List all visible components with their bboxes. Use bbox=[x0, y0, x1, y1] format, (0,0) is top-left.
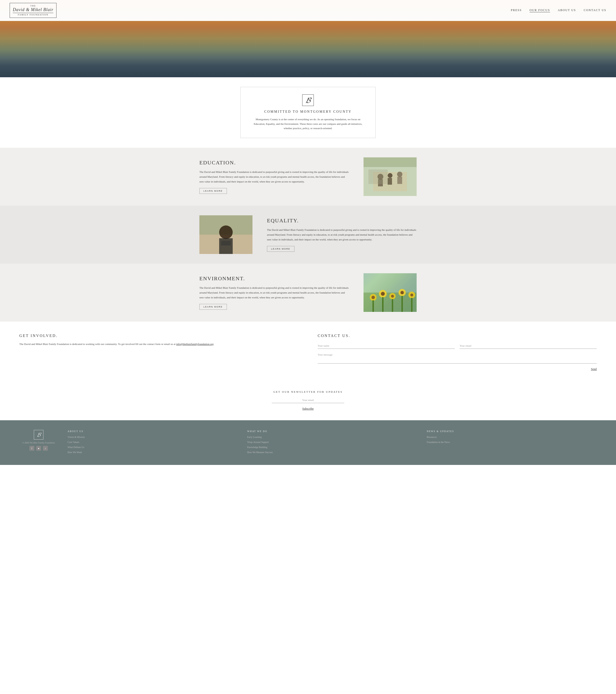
education-text: EDUCATION. The David and Mikel Blair Fam… bbox=[199, 160, 349, 194]
footer-what-we-do-col: WHAT WE DO Early Learning Wrap-Around Su… bbox=[247, 430, 417, 455]
nav-our-focus[interactable]: OUR FOCUS bbox=[530, 8, 550, 12]
svg-point-18 bbox=[372, 296, 375, 299]
logo-top: THE bbox=[13, 5, 53, 7]
logo-sub: FAMILY FOUNDATION bbox=[13, 13, 53, 16]
footer-link-knowledge-building[interactable]: Knowledge Building bbox=[247, 446, 268, 449]
svg-rect-14 bbox=[221, 241, 231, 245]
footer-copyright: © 2020 The Blair Family Foundation bbox=[19, 441, 58, 444]
svg-rect-25 bbox=[392, 299, 393, 312]
environment-image-svg bbox=[363, 273, 417, 312]
svg-rect-5 bbox=[388, 178, 392, 185]
environment-title: ENVIRONMENT. bbox=[199, 275, 349, 282]
svg-point-4 bbox=[388, 173, 393, 178]
svg-point-12 bbox=[219, 225, 233, 239]
footer-link-foundation-news[interactable]: Foundation in the News bbox=[427, 441, 450, 443]
get-involved-email[interactable]: info@theblairfamilyfoundation.org bbox=[176, 343, 214, 345]
intro-monogram: 𝓑 bbox=[302, 94, 314, 106]
footer-what-we-do-heading: WHAT WE DO bbox=[247, 430, 417, 433]
footer-news-links: Resources Foundation in the News bbox=[427, 435, 597, 444]
footer-link-resources[interactable]: Resources bbox=[427, 436, 437, 438]
svg-point-6 bbox=[397, 171, 402, 177]
equality-image bbox=[199, 215, 253, 254]
svg-rect-22 bbox=[382, 297, 383, 312]
education-body: The David and Mikel Blair Family Foundat… bbox=[199, 170, 349, 184]
footer-about-col: ABOUT US Vision & Mission Core Values Wh… bbox=[68, 430, 237, 455]
footer: 𝓑 © 2020 The Blair Family Foundation f ●… bbox=[0, 420, 616, 465]
bottom-section: GET INVOLVED. The David and Mikel Blair … bbox=[0, 322, 616, 383]
education-section: EDUCATION. The David and Mikel Blair Fam… bbox=[0, 148, 616, 206]
footer-link-how-work[interactable]: How We Work bbox=[68, 451, 82, 454]
intro-card: 𝓑 COMMITTED TO MONTGOMERY COUNTY Montgom… bbox=[240, 87, 376, 138]
contact-email-input[interactable] bbox=[459, 343, 597, 349]
contact-message-input[interactable] bbox=[318, 352, 597, 364]
footer-link-wrap-around[interactable]: Wrap-Around Support bbox=[247, 441, 269, 443]
footer-link-early-learning[interactable]: Early Learning bbox=[247, 436, 262, 438]
twitter-icon[interactable]: t bbox=[43, 446, 48, 451]
get-involved-body: The David and Mikel Blair Family Foundat… bbox=[19, 342, 298, 347]
svg-rect-28 bbox=[401, 296, 403, 312]
equality-inner: EQUALITY. The David and Mikel Blair Fami… bbox=[199, 215, 417, 254]
footer-monogram: 𝓑 bbox=[34, 430, 43, 440]
svg-rect-9 bbox=[368, 169, 388, 184]
environment-section: ENVIRONMENT. The David and Mikel Blair F… bbox=[0, 263, 616, 322]
svg-rect-31 bbox=[411, 298, 413, 312]
education-title: EDUCATION. bbox=[199, 160, 349, 166]
nav-contact-us[interactable]: CONTACT US bbox=[584, 8, 606, 12]
equality-text: EQUALITY. The David and Mikel Blair Fami… bbox=[267, 218, 417, 252]
svg-rect-8 bbox=[363, 158, 417, 167]
footer-link-core-values[interactable]: Core Values bbox=[68, 441, 79, 443]
newsletter-subscribe-button[interactable]: Subscribe bbox=[302, 407, 313, 410]
newsletter-email-input[interactable] bbox=[272, 397, 344, 403]
equality-image-svg bbox=[199, 215, 253, 254]
get-involved: GET INVOLVED. The David and Mikel Blair … bbox=[19, 334, 298, 371]
logo-main: David & Mikel Blair bbox=[13, 7, 53, 13]
navigation: THE David & Mikel Blair FAMILY FOUNDATIO… bbox=[0, 0, 616, 21]
svg-point-27 bbox=[400, 291, 404, 294]
footer-news-heading: NEWS & UPDATES bbox=[427, 430, 597, 433]
svg-point-24 bbox=[391, 295, 394, 298]
logo[interactable]: THE David & Mikel Blair FAMILY FOUNDATIO… bbox=[10, 3, 56, 18]
intro-section: 𝓑 COMMITTED TO MONTGOMERY COUNTY Montgom… bbox=[0, 77, 616, 148]
svg-rect-7 bbox=[397, 177, 402, 184]
contact-name-input[interactable] bbox=[318, 343, 455, 349]
nav-about-us[interactable]: ABOUT US bbox=[558, 8, 576, 12]
footer-social: f ● t bbox=[19, 446, 58, 451]
environment-text: ENVIRONMENT. The David and Mikel Blair F… bbox=[199, 275, 349, 309]
svg-point-21 bbox=[381, 292, 385, 296]
get-involved-title: GET INVOLVED. bbox=[19, 334, 298, 338]
nav-links: PRESS OUR FOCUS ABOUT US CONTACT US bbox=[511, 8, 606, 12]
footer-news-col: NEWS & UPDATES Resources Foundation in t… bbox=[427, 430, 597, 445]
newsletter-title: GET OUR NEWSLETTER FOR UPDATES bbox=[19, 390, 597, 393]
environment-inner: ENVIRONMENT. The David and Mikel Blair F… bbox=[199, 273, 417, 312]
footer-link-what-defines[interactable]: What Defines Us bbox=[68, 446, 84, 449]
footer-link-measure-success[interactable]: How We Measure Success bbox=[247, 451, 273, 454]
footer-about-heading: ABOUT US bbox=[68, 430, 237, 433]
newsletter-section: GET OUR NEWSLETTER FOR UPDATES Subscribe bbox=[0, 383, 616, 420]
intro-title: COMMITTED TO MONTGOMERY COUNTY bbox=[250, 110, 366, 114]
contact-us-title: CONTACT US. bbox=[318, 334, 597, 338]
svg-rect-13 bbox=[219, 238, 233, 254]
equality-learn-more[interactable]: LEARN MORE bbox=[267, 246, 294, 252]
instagram-icon[interactable]: ● bbox=[36, 446, 41, 451]
newsletter-form: Subscribe bbox=[272, 397, 344, 410]
contact-us-form: CONTACT US. Send bbox=[318, 334, 597, 371]
contact-send-button[interactable]: Send bbox=[591, 367, 597, 371]
footer-brand: 𝓑 © 2020 The Blair Family Foundation f ●… bbox=[19, 430, 58, 451]
environment-body: The David and Mikel Blair Family Foundat… bbox=[199, 286, 349, 300]
nav-press[interactable]: PRESS bbox=[511, 8, 522, 12]
footer-about-links: Vision & Mission Core Values What Define… bbox=[68, 435, 237, 454]
equality-title: EQUALITY. bbox=[267, 218, 417, 224]
environment-image bbox=[363, 273, 417, 312]
education-learn-more[interactable]: LEARN MORE bbox=[199, 188, 227, 194]
environment-learn-more[interactable]: LEARN MORE bbox=[199, 304, 227, 310]
contact-name-email-row bbox=[318, 343, 597, 349]
footer-link-vision[interactable]: Vision & Mission bbox=[68, 436, 85, 438]
footer-what-we-do-links: Early Learning Wrap-Around Support Knowl… bbox=[247, 435, 417, 454]
intro-description: Montgomery County is at the center of ev… bbox=[250, 117, 366, 131]
education-inner: EDUCATION. The David and Mikel Blair Fam… bbox=[199, 158, 417, 196]
svg-rect-19 bbox=[373, 300, 374, 312]
education-image-svg bbox=[363, 158, 417, 196]
equality-body: The David and Mikel Blair Family Foundat… bbox=[267, 227, 417, 242]
education-image bbox=[363, 158, 417, 196]
facebook-icon[interactable]: f bbox=[30, 446, 34, 451]
